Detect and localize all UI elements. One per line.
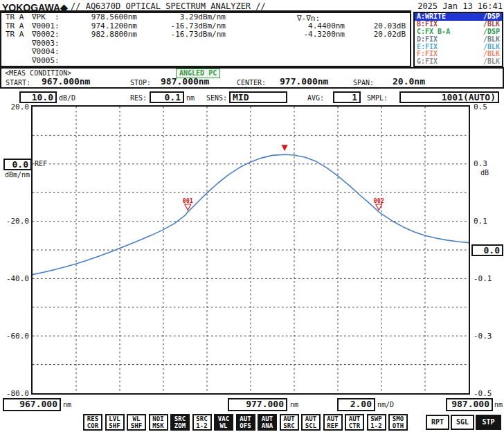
trace-label: G:FIX [417,58,438,66]
marker-id: ∇0002: [32,30,75,39]
smpl-label: SMPL: [367,94,388,102]
start-wl-unit: nm [63,401,71,408]
marker-trace [6,39,32,48]
marker-wavelength [75,48,137,57]
trace-status-row-g[interactable]: G:FIX/BLK [415,58,502,66]
trace-mode: /BLK [483,58,500,66]
span-value[interactable]: 20.0nm [393,76,425,87]
softkey-aut-scl[interactable]: AUT SCL [301,414,321,431]
marker-id: ∇0004: [32,48,75,57]
trace-label: C:FX B-A [417,28,450,36]
right-axis-tick-label: -0.1 [474,274,492,283]
left-axis-tick-label: -60.0 [0,332,29,341]
stop-value[interactable]: 987.000nm [161,76,209,87]
center-value[interactable]: 977.000nm [280,76,328,87]
marker-delta_lvl [345,48,406,57]
stop-wl-unit: nm [494,401,503,408]
trace-status-row-c[interactable]: C:FX B-A/DSP [415,28,502,36]
res-unit: nm [186,94,195,102]
marker-level: -16.73dBm/nm [137,30,226,39]
softkey-aut-src[interactable]: AUT SRC [280,414,299,431]
avg-label: AVG: [307,94,324,102]
marker-id: ∇PK : [32,13,75,22]
left-axis-tick-label: -40.0 [0,274,29,283]
peak-marker-icon[interactable] [282,145,288,151]
marker-trace: TR A [6,13,32,22]
softkey-aut-ref[interactable]: AUT REF [323,414,343,431]
marker-wavelength: 978.5600nm [75,13,137,22]
marker-level [137,39,226,48]
res-field[interactable]: 0.1 [150,91,184,103]
meas-condition-panel: <MEAS CONDITION> ANGLED PC START: 967.00… [0,67,504,89]
softkey-vac-wl[interactable]: VAC WL [214,414,233,431]
marker-wavelength [75,39,137,48]
start-label: START: [6,79,30,87]
ref-level-field[interactable]: 0.0 [3,159,32,170]
marker-table-row: ∇0005: [1,57,410,66]
softkey-lvl-shf[interactable]: LVL SHF [105,414,125,431]
sens-field[interactable]: MID [229,91,287,103]
right-axis-tick-label: 0.5 [474,102,487,111]
level-scale-unit: dB/D [59,94,75,102]
softkey-bar: RES CORLVL SHFWL SHFNOI MSKSRC ZOMSRC 1-… [83,414,408,431]
sweep-key-stp[interactable]: STP [476,415,501,430]
osa-screen: YOKOGAWA◆ // AQ6370D OPTICAL SPECTRUM AN… [0,0,504,432]
softkey-aut-ctr[interactable]: AUT CTR [345,414,364,431]
left-axis-tick-label: -20.0 [0,217,29,226]
level-scale-field[interactable]: 10.0 [19,91,57,103]
datetime: 2025 Jan 13 16:41 [417,1,503,11]
softkey-src-zom[interactable]: SRC ZOM [170,414,190,431]
sweep-key-rpt[interactable]: RPT [426,415,449,430]
softkey-res-cor[interactable]: RES COR [83,414,102,431]
marker-002-label: 002 [374,197,384,204]
softkey-noi-msk[interactable]: NOI MSK [149,414,168,431]
smpl-field[interactable]: 1001(AUTO) [399,91,499,103]
marker-trace [6,48,32,57]
trace-mode: /DSP [483,28,500,36]
left-axis-tick-label: 20.0 [0,102,29,111]
spectrum-trace-svg: 001002 [33,107,469,393]
right-axis-tick-label: -0.5 [474,389,492,398]
softkey-aut-ana[interactable]: AUT ANA [258,414,277,431]
right-axis-tick-label: 0.1 [474,217,487,226]
right-axis-tick-label: 0.3 [474,159,487,168]
avg-field[interactable]: 1 [333,91,361,103]
sweep-key-sgl[interactable]: SGL [451,415,474,430]
marker-delta_wl [226,57,345,66]
marker-table-row: ∇0003: [1,39,410,48]
right-axis-unit: dB [480,169,489,177]
marker-delta_wl [226,39,345,48]
right-ref-field: 0.0 [471,244,503,256]
marker-level [137,48,226,57]
scale-per-div-unit: nm/D [377,401,394,408]
marker-trace [6,57,32,66]
stop-wl-field[interactable]: 987.000 [446,398,493,411]
ref-line-label: REF [35,160,48,168]
marker-readout-table: ∇-∇n: TR A∇PK :978.5600nm3.29dBm/nmTR A∇… [0,12,411,67]
start-wl-field[interactable]: 967.000 [3,398,61,411]
start-value[interactable]: 967.000nm [42,76,90,87]
softkey-aut-ofs[interactable]: AUT OFS [236,414,255,431]
softkey-wl-shf[interactable]: WL SHF [127,414,146,431]
center-label: CENTER: [237,79,266,87]
marker-delta_lvl [345,39,406,48]
res-label: RES: [130,94,147,102]
marker-wavelength [75,57,137,66]
center-wl-field[interactable]: 977.000 [228,398,287,411]
left-axis-tick-label: -80.0 [0,389,29,398]
trace-label: D:FIX [417,36,438,44]
softkey-smo-oth[interactable]: SMO OTH [388,414,408,431]
softkey-swp-1-2[interactable]: SWP 1-2 [367,414,386,431]
marker-table-row: ∇0004: [1,48,410,57]
sens-label: SENS: [206,94,227,102]
scale-per-div-field[interactable]: 2.00 [337,398,375,411]
marker-table-row: TR A∇0002:982.8800nm-16.73dBm/nm-4.3200n… [1,30,410,39]
trace-status-panel: A:WRITE/DSPB:FIX/BLKC:FX B-A/DSPD:FIX/BL… [413,12,503,67]
span-label: SPAN: [353,79,374,87]
softkey-src-1-2[interactable]: SRC 1-2 [192,414,212,431]
marker-001-label: 001 [183,197,193,204]
marker-trace: TR A [6,30,32,39]
marker-table-row: TR A∇PK :978.5600nm3.29dBm/nm [1,13,410,22]
marker-delta_wl [226,13,345,22]
trace-status-row-d[interactable]: D:FIX/BLK [415,36,502,44]
